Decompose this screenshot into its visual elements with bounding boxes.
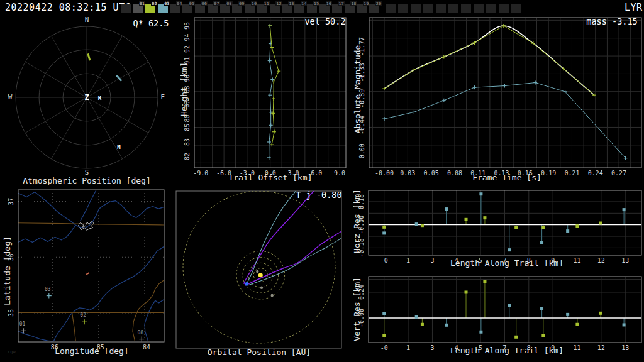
orbit-plot-title: Orbital Position [AU] bbox=[208, 348, 311, 357]
camera-box-14[interactable]: 14 bbox=[294, 4, 304, 13]
camera-box-label: 16 bbox=[326, 1, 332, 6]
svg-text:0.27: 0.27 bbox=[611, 170, 626, 177]
svg-text:0.00: 0.00 bbox=[358, 143, 365, 158]
svg-text:0.24: 0.24 bbox=[588, 170, 603, 177]
svg-text:-84: -84 bbox=[139, 344, 150, 351]
svg-text:12: 12 bbox=[597, 257, 605, 264]
camera-box-label: 01 bbox=[139, 1, 145, 6]
svg-text:01: 01 bbox=[19, 321, 26, 327]
camera-box-blank-24[interactable] bbox=[423, 4, 433, 13]
trail-x-axis-title: Trail Offset [km] bbox=[228, 173, 312, 182]
camera-box-blank-22[interactable] bbox=[398, 4, 408, 13]
svg-text:E: E bbox=[161, 93, 165, 101]
camera-box-label: 10 bbox=[251, 1, 257, 6]
camera-box-label: 11 bbox=[264, 1, 270, 6]
camera-box-blank-28[interactable] bbox=[474, 4, 484, 13]
svg-text:-0: -0 bbox=[380, 344, 388, 351]
svg-text:0.21: 0.21 bbox=[564, 170, 579, 177]
camera-box-label: 12 bbox=[275, 1, 282, 6]
svg-text:85: 85 bbox=[184, 124, 191, 131]
camera-box-label: 06 bbox=[201, 1, 208, 6]
svg-text:-0.00: -0.00 bbox=[375, 170, 394, 177]
camera-box-label: 14 bbox=[301, 1, 307, 6]
svg-text:83: 83 bbox=[184, 138, 191, 146]
camera-box-label: 05 bbox=[189, 1, 195, 6]
camera-box-10[interactable]: 10 bbox=[245, 4, 255, 13]
camera-box-label: 18 bbox=[350, 1, 357, 6]
camera-box-label: 09 bbox=[238, 1, 245, 6]
camera-box-blank-29[interactable] bbox=[486, 4, 496, 13]
magnitude-panel: -0.000.030.050.080.110.130.160.190.210.2… bbox=[349, 16, 644, 186]
camera-box-08[interactable]: 08 bbox=[220, 4, 230, 13]
svg-text:3: 3 bbox=[430, 344, 434, 351]
trail-offset-panel: -9.0-6.0-3.00.03.06.09.09594929190888786… bbox=[176, 16, 349, 186]
camera-box-blank-26[interactable] bbox=[448, 4, 458, 13]
camera-box-blank-25[interactable] bbox=[436, 4, 446, 13]
camera-box-18[interactable]: 18 bbox=[345, 4, 355, 13]
camera-box-01[interactable]: 01 bbox=[133, 4, 143, 13]
svg-text:92: 92 bbox=[184, 45, 191, 53]
camera-box-blank-21[interactable] bbox=[386, 4, 396, 13]
svg-text:0.05: 0.05 bbox=[424, 170, 439, 177]
svg-text:03: 03 bbox=[45, 287, 51, 292]
svg-text:13: 13 bbox=[621, 257, 629, 264]
camera-box-20[interactable]: 20 bbox=[369, 4, 379, 13]
shower-code-badge: LYR bbox=[625, 2, 643, 13]
camera-box-blank-31[interactable] bbox=[511, 4, 521, 13]
svg-text:08: 08 bbox=[137, 330, 143, 336]
camera-box-label: 13 bbox=[288, 1, 294, 6]
camera-box-05[interactable]: 05 bbox=[182, 4, 192, 13]
camera-box-02[interactable]: 02 bbox=[145, 4, 155, 13]
camera-box-label: 03 bbox=[164, 1, 170, 6]
svg-text:-9.0: -9.0 bbox=[193, 170, 208, 177]
camera-box-label: 17 bbox=[338, 1, 344, 6]
mass-value: mass -3.15 bbox=[586, 16, 637, 26]
svg-text:6.0: 6.0 bbox=[311, 170, 322, 177]
svg-text:9.0: 9.0 bbox=[334, 170, 345, 177]
camera-box-19[interactable]: 19 bbox=[357, 4, 367, 13]
camera-box-15[interactable]: 15 bbox=[307, 4, 317, 13]
svg-text:02: 02 bbox=[80, 312, 86, 318]
orbital-position-panel bbox=[170, 186, 342, 362]
camera-box-blank-27[interactable] bbox=[461, 4, 471, 13]
camera-box-16[interactable]: 16 bbox=[319, 4, 330, 13]
svg-text:-0: -0 bbox=[380, 257, 388, 264]
camera-box-label: 02 bbox=[151, 1, 157, 6]
svg-text:0.03: 0.03 bbox=[400, 170, 415, 177]
svg-text:3: 3 bbox=[430, 257, 434, 264]
camera-box-17[interactable]: 17 bbox=[332, 4, 342, 13]
camera-box-blank-0[interactable] bbox=[121, 4, 131, 13]
svg-text:35: 35 bbox=[8, 309, 14, 317]
map-y-axis-title: Latitude [deg] bbox=[3, 236, 12, 305]
horz-res-y-axis-title: Horz Res [km] bbox=[352, 189, 362, 253]
svg-text:N: N bbox=[85, 16, 89, 24]
camera-box-label: 07 bbox=[213, 1, 219, 6]
camera-box-label: 04 bbox=[176, 1, 182, 6]
camera-box-label: 19 bbox=[363, 1, 369, 6]
ground-map-panel: 01020308-86-85-84373635 bbox=[0, 186, 170, 362]
camera-box-blank-30[interactable] bbox=[499, 4, 509, 13]
vert-res-x-axis-title: Length Along Trail [km] bbox=[450, 346, 564, 355]
magnitude-x-axis-title: Frame Time [s] bbox=[472, 173, 541, 182]
camera-box-label: 15 bbox=[313, 1, 319, 6]
svg-text:W: W bbox=[8, 93, 13, 101]
camera-box-07[interactable]: 07 bbox=[208, 4, 218, 13]
svg-text:82: 82 bbox=[184, 153, 191, 160]
camera-box-06[interactable]: 06 bbox=[195, 4, 205, 13]
camera-box-03[interactable]: 03 bbox=[158, 4, 168, 13]
svg-text:12: 12 bbox=[597, 344, 605, 351]
trail-y-axis-title: Height [km] bbox=[179, 62, 189, 116]
camera-box-04[interactable]: 04 bbox=[170, 4, 180, 13]
q-star-value: Q* 62.5 bbox=[133, 18, 169, 28]
timestamp: 20220422 08:32:15 UTC bbox=[5, 2, 131, 13]
tisserand-value: T_j -0.80 bbox=[296, 190, 341, 200]
camera-box-blank-23[interactable] bbox=[411, 4, 421, 13]
svg-text:0.19: 0.19 bbox=[541, 170, 556, 177]
camera-box-11[interactable]: 11 bbox=[257, 4, 267, 13]
camera-box-13[interactable]: 13 bbox=[282, 4, 292, 13]
svg-text:R: R bbox=[98, 95, 102, 101]
camera-box-09[interactable]: 09 bbox=[232, 4, 242, 13]
camera-box-12[interactable]: 12 bbox=[270, 4, 280, 13]
svg-text:11: 11 bbox=[574, 344, 581, 351]
velocity-value: vel 50.2 bbox=[304, 16, 345, 26]
